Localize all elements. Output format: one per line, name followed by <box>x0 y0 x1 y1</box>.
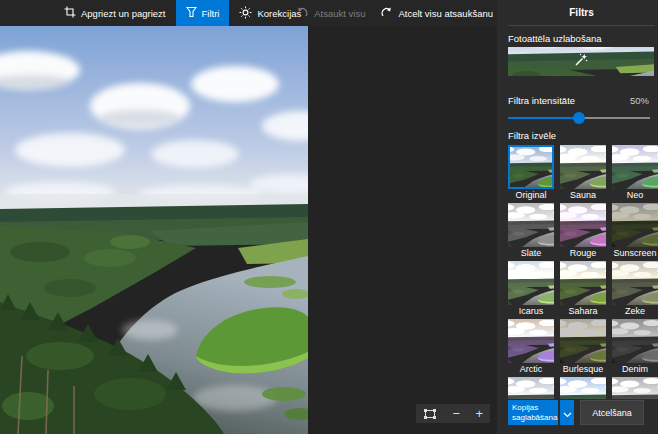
filter-name: Zeke <box>612 306 658 318</box>
enhance-photo-button[interactable] <box>508 47 654 76</box>
crop-icon <box>64 6 76 20</box>
filter-thumbnail <box>560 319 606 363</box>
history-controls: Atsaukt visu Atcelt visu atsaukšanu <box>296 0 493 26</box>
filter-thumbnail <box>508 145 554 189</box>
filter-tile[interactable]: Zeke <box>612 261 658 318</box>
filter-tile-partial[interactable] <box>612 377 658 399</box>
filter-thumbnail <box>508 377 554 399</box>
tab-label: Korekcijas <box>257 8 301 19</box>
tab-label: Apgriezt un pagriezt <box>81 8 166 19</box>
tab-crop-rotate[interactable]: Apgriezt un pagriezt <box>54 0 176 26</box>
filter-tile[interactable]: Arctic <box>508 319 554 376</box>
filter-name: Burlesque <box>560 364 606 376</box>
filter-tile[interactable]: Slate <box>508 203 554 260</box>
photo-being-edited <box>0 26 308 434</box>
intensity-value: 50% <box>630 95 649 106</box>
redo-all-label: Atcelt visu atsaukšanu <box>398 8 493 19</box>
tab-filters[interactable]: Filtri <box>176 0 230 26</box>
filter-thumbnail <box>560 377 606 399</box>
intensity-slider[interactable] <box>508 112 650 124</box>
undo-all-button[interactable]: Atsaukt visu <box>296 6 365 21</box>
editor-toolbar: Apgriezt un pagriezt Filtri Korekcijas <box>0 0 497 26</box>
filter-name: Original <box>508 190 554 202</box>
filter-grid: Original Sauna Neo Slate Rouge Sunscreen… <box>508 145 658 399</box>
filter-thumbnail <box>612 261 658 305</box>
filter-thumbnail <box>612 319 658 363</box>
save-copy-button[interactable]: Kopijas saglabāšana <box>508 400 558 425</box>
cancel-button[interactable]: Atcelšana <box>580 400 644 425</box>
filter-tile[interactable]: Original <box>508 145 554 202</box>
filter-thumbnail <box>612 203 658 247</box>
filter-tile-partial[interactable] <box>508 377 554 399</box>
redo-icon <box>380 6 393 21</box>
filter-name: Icarus <box>508 306 554 318</box>
filters-panel: Filtrs Fotoattēla uzlabošana Filtra inte… <box>497 0 658 434</box>
filter-tile[interactable]: Icarus <box>508 261 554 318</box>
zoom-controls: − + <box>416 404 490 423</box>
filter-tile[interactable]: Rouge <box>560 203 606 260</box>
filter-thumbnail <box>612 145 658 189</box>
filter-grid-viewport: Original Sauna Neo Slate Rouge Sunscreen… <box>508 145 658 399</box>
filter-icon <box>186 6 197 20</box>
filter-choice-label: Filtra izvēle <box>508 130 556 141</box>
undo-icon <box>296 6 309 21</box>
filter-thumbnail <box>560 145 606 189</box>
filter-tile[interactable]: Sunscreen <box>612 203 658 260</box>
editor-tabs: Apgriezt un pagriezt Filtri Korekcijas <box>54 0 311 26</box>
filter-name: Denim <box>612 364 658 376</box>
tab-label: Filtri <box>202 8 220 19</box>
filter-name: Sahara <box>560 306 606 318</box>
filter-thumbnail <box>508 261 554 305</box>
save-options-dropdown[interactable] <box>560 400 574 425</box>
redo-all-button[interactable]: Atcelt visu atsaukšanu <box>380 6 493 21</box>
magic-wand-icon <box>574 53 588 71</box>
filter-name: Sunscreen <box>612 248 658 260</box>
panel-title: Filtrs <box>508 0 655 26</box>
filter-thumbnail <box>612 377 658 399</box>
fit-to-window-icon[interactable] <box>423 408 437 420</box>
chevron-down-icon <box>563 404 572 422</box>
filter-name: Arctic <box>508 364 554 376</box>
intensity-fill <box>508 117 579 119</box>
filter-name: Rouge <box>560 248 606 260</box>
filter-thumbnail <box>508 203 554 247</box>
panel-actions: Kopijas saglabāšana Atcelšana <box>508 400 644 425</box>
zoom-out-button[interactable]: − <box>452 405 460 422</box>
filter-thumbnail <box>560 261 606 305</box>
filter-tile[interactable]: Burlesque <box>560 319 606 376</box>
undo-all-label: Atsaukt visu <box>314 8 365 19</box>
photos-editor-window: Apgriezt un pagriezt Filtri Korekcijas <box>0 0 658 434</box>
filter-thumbnail <box>508 319 554 363</box>
intensity-label: Filtra intensitāte <box>508 95 575 106</box>
edit-canvas: − + <box>0 26 497 434</box>
filter-name: Neo <box>612 190 658 202</box>
filter-name: Slate <box>508 248 554 260</box>
filter-name: Sauna <box>560 190 606 202</box>
filter-thumbnail <box>560 203 606 247</box>
enhance-label: Fotoattēla uzlabošana <box>508 33 601 44</box>
filter-tile[interactable]: Sahara <box>560 261 606 318</box>
filter-tile[interactable]: Denim <box>612 319 658 376</box>
sun-icon <box>239 6 252 21</box>
filter-tile[interactable]: Neo <box>612 145 658 202</box>
filter-tile-partial[interactable] <box>560 377 606 399</box>
zoom-in-button[interactable]: + <box>475 405 483 422</box>
filter-tile[interactable]: Sauna <box>560 145 606 202</box>
intensity-thumb[interactable] <box>573 112 585 124</box>
